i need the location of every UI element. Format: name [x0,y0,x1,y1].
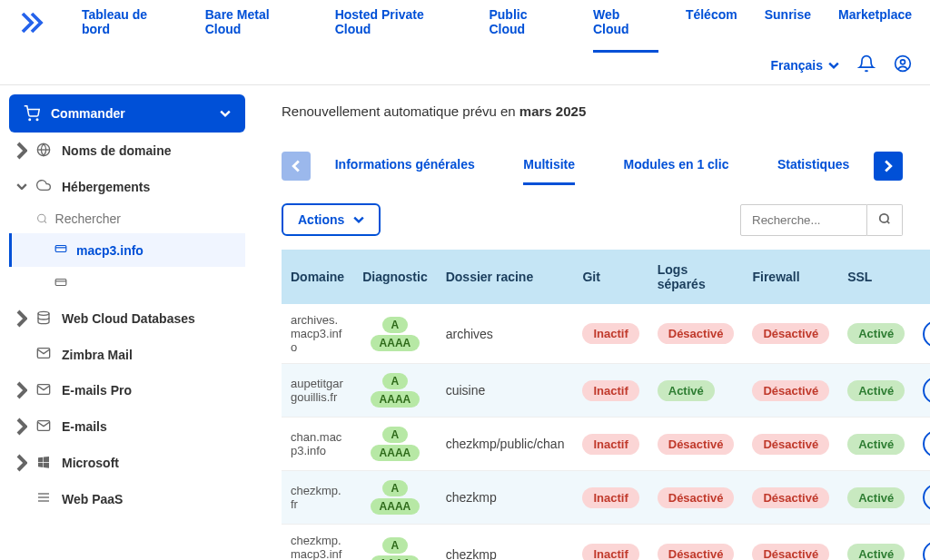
language-selector[interactable]: Français [770,58,839,73]
sidebar-search [9,204,245,233]
logs-cell: Désactivé [648,471,744,525]
row-actions-button[interactable]: ⋯ [923,484,930,511]
sidebar-item[interactable]: Microsoft [9,445,245,481]
firewall-cell: Désactivé [743,418,838,471]
sidebar-item[interactable]: E-mails [9,408,245,445]
diagnostic-cell: AAAAA [353,418,437,471]
sidebar-item-label: Hébergements [62,180,150,194]
chevron-right-icon [16,418,27,436]
order-button[interactable]: Commander [9,94,245,133]
topnav-item[interactable]: Web Cloud [593,0,658,53]
column-header[interactable]: Firewall [743,250,838,304]
column-header[interactable]: Git [573,250,648,304]
tab[interactable]: Statistiques [777,146,849,185]
table-row: chezkmp.frAAAAAchezkmpInactifDésactivéDé… [282,471,930,525]
cloud-icon [36,178,53,195]
svg-point-16 [880,213,888,221]
topnav-item[interactable]: Marketplace [838,0,912,53]
logo-icon [18,9,45,36]
dns-a-badge: A [382,317,409,333]
chevron-right-icon [16,454,27,472]
column-header[interactable]: SSL [838,250,914,304]
topnav-item[interactable]: Sunrise [765,0,811,53]
column-header[interactable]: Diagnostic [353,250,437,304]
sidebar-search-input[interactable] [55,211,218,226]
diagnostic-cell: AAAAA [353,304,437,364]
main-content: Renouvellement automatique prévu en mars… [254,85,930,560]
mail-icon [36,382,53,399]
tabs-prev-button[interactable] [282,152,311,181]
topnav-item[interactable]: Tableau de bord [82,0,178,53]
domain-cell: archives.macp3.info [282,304,353,364]
chevron-down-icon [220,108,231,119]
row-actions-button[interactable]: ⋯ [923,320,930,348]
status-pill: Inactif [582,380,638,401]
table-row: archives.macp3.infoAAAAAarchivesInactifD… [282,304,930,364]
actions-button[interactable]: Actions [282,203,381,236]
column-header[interactable]: Logs séparés [648,250,744,304]
tab[interactable]: Informations générales [335,146,475,185]
status-pill: Inactif [582,434,638,455]
sidebar-item[interactable]: Web PaaS [9,481,245,516]
user-icon[interactable] [894,54,912,75]
status-pill: Activé [847,434,905,455]
status-pill: Désactivé [752,487,829,508]
git-cell: Inactif [573,364,648,418]
dns-a-badge: A [382,537,409,554]
topnav-item[interactable]: Hosted Private Cloud [335,0,462,53]
bell-icon[interactable] [857,54,876,75]
logs-cell: Activé [648,364,744,418]
row-actions-button[interactable]: ⋯ [923,377,930,404]
row-actions-button[interactable]: ⋯ [923,541,930,561]
sidebar: Commander Noms de domaineHébergementsmac… [0,85,254,560]
column-header-actions [914,250,930,304]
ssl-cell: Activé [838,525,914,561]
svg-line-7 [45,221,46,222]
dns-aaaa-badge: AAAA [371,391,420,408]
sidebar-subitem-label: macp3.info [76,243,143,258]
status-pill: Désactivé [752,434,829,455]
sidebar-item[interactable]: Zimbra Mail [9,337,245,372]
sidebar-subitem[interactable] [9,267,245,300]
column-header[interactable]: Domaine [282,250,353,304]
svg-rect-10 [55,280,66,286]
table-row: chezkmp.macp3.infoAAAAAchezkmpInactifDés… [282,525,930,561]
sidebar-item-label: E-mails [62,419,107,434]
sidebar-item[interactable]: E-mails Pro [9,372,245,408]
status-pill: Activé [847,544,905,560]
windows-icon [36,455,53,472]
dns-a-badge: A [382,427,409,443]
ssl-cell: Activé [838,304,914,364]
renewal-notice: Renouvellement automatique prévu en mars… [282,103,903,119]
sidebar-item[interactable]: Web Cloud Databases [9,300,245,337]
mail-icon [36,346,53,363]
tab[interactable]: Multisite [523,146,575,185]
tab[interactable]: Modules en 1 clic [624,146,729,185]
domain-cell: chezkmp.fr [282,471,353,525]
sidebar-item[interactable]: Hébergements [9,169,245,204]
logs-cell: Désactivé [648,525,744,561]
sidebar-item-label: Web Cloud Databases [62,311,195,326]
card-icon [54,276,67,291]
column-header[interactable]: Dossier racine [437,250,574,304]
table-row: chan.macp3.infoAAAAAchezkmp/public/chanI… [282,418,930,471]
tabs-next-button[interactable] [874,152,903,181]
card-icon [54,242,67,258]
topnav-item[interactable]: Public Cloud [489,0,565,53]
sidebar-item[interactable]: Noms de domaine [9,133,245,169]
firewall-cell: Désactivé [743,525,838,561]
firewall-cell: Désactivé [743,364,838,418]
topnav-item[interactable]: Télécom [686,0,737,53]
status-pill: Désactivé [752,380,829,401]
search-button[interactable] [867,204,903,236]
topnav-item[interactable]: Bare Metal Cloud [205,0,308,53]
dns-aaaa-badge: AAAA [371,335,420,351]
sidebar-subitem[interactable]: macp3.info [9,233,245,267]
search-input[interactable] [740,204,867,236]
status-pill: Inactif [582,487,638,508]
folder-cell: chezkmp/public/chan [437,418,574,471]
status-pill: Désactivé [658,434,735,455]
row-actions-button[interactable]: ⋯ [923,430,930,457]
domain-cell: aupetitgargouillis.fr [282,364,353,418]
sidebar-item-label: Noms de domaine [62,143,172,158]
